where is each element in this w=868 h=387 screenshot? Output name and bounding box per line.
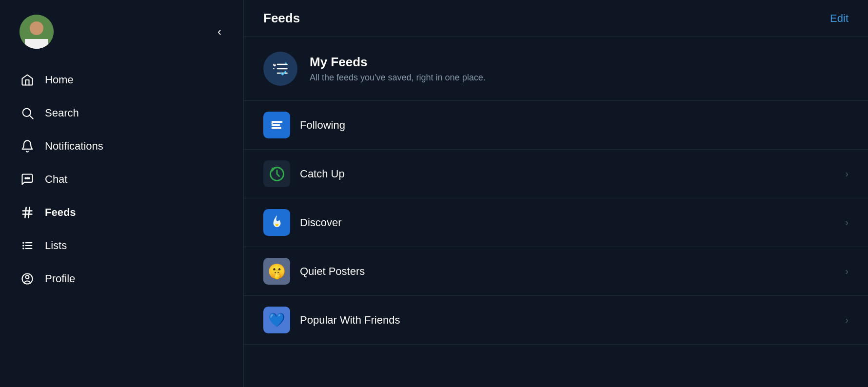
following-icon [263,112,290,138]
feed-item-catchup[interactable]: Catch Up › [244,150,868,198]
my-feeds-icon [263,52,297,86]
profile-icon [20,271,35,287]
catchup-chevron-icon: › [845,168,848,179]
bell-icon [20,138,35,154]
svg-point-14 [22,245,24,247]
sidebar-item-search[interactable]: Search [0,97,243,130]
my-feeds-section: My Feeds All the feeds you've saved, rig… [244,37,868,101]
feeds-page-title: Feeds [263,11,300,26]
sidebar-item-label-notifications: Notifications [45,140,103,153]
my-feeds-description: All the feeds you've saved, right in one… [310,73,486,83]
feeds-header: Feeds Edit [244,0,868,37]
svg-line-5 [30,116,33,118]
my-feeds-text: My Feeds All the feeds you've saved, rig… [310,55,486,83]
quiet-posters-chevron-icon: › [845,266,848,277]
sidebar-item-profile[interactable]: Profile [0,262,243,295]
feed-item-label-popular-with-friends: Popular With Friends [300,314,835,327]
sidebar-item-label-chat: Chat [45,173,67,186]
discover-icon [263,209,290,236]
svg-rect-3 [25,39,48,49]
feed-item-popular-with-friends[interactable]: 💙 Popular With Friends › [244,296,868,345]
sidebar-item-home[interactable]: Home [0,63,243,97]
my-feeds-title: My Feeds [310,55,486,70]
feed-item-label-discover: Discover [300,216,835,229]
svg-rect-28 [271,127,281,129]
svg-point-8 [28,178,29,179]
sidebar-item-label-feeds: Feeds [45,206,76,219]
svg-line-12 [28,208,29,218]
svg-rect-27 [271,124,280,126]
edit-button[interactable]: Edit [830,12,848,25]
sidebar-item-label-profile: Profile [45,272,75,285]
avatar[interactable] [20,15,54,49]
sidebar-item-label-lists: Lists [45,239,67,252]
discover-chevron-icon: › [845,217,848,228]
lists-icon [20,238,35,253]
catchup-icon [263,160,290,187]
chat-icon [20,172,35,187]
feed-item-label-catchup: Catch Up [300,168,835,180]
hash-icon [20,205,35,220]
feed-item-label-following: Following [300,119,848,132]
svg-point-7 [27,178,28,179]
svg-point-20 [26,275,29,279]
feed-item-label-quiet-posters: Quiet Posters [300,265,835,278]
feed-item-following[interactable]: Following [244,101,868,150]
svg-point-15 [22,248,24,250]
main-content: Feeds Edit My Feeds All the feeds you've… [244,0,868,387]
nav-menu: Home Search Notifications [0,63,243,377]
popular-with-friends-icon: 💙 [263,307,290,333]
sidebar-item-chat[interactable]: Chat [0,163,243,196]
sidebar: ‹ Home Search [0,0,244,387]
svg-point-13 [22,242,24,244]
feed-item-quiet-posters[interactable]: 🤫 Quiet Posters › [244,247,868,296]
popular-with-friends-chevron-icon: › [845,314,848,326]
svg-line-11 [25,208,26,218]
sidebar-header: ‹ [0,10,243,63]
svg-point-1 [30,21,43,35]
svg-point-6 [25,178,26,179]
sidebar-item-lists[interactable]: Lists [0,229,243,262]
back-button[interactable]: ‹ [215,22,224,41]
feed-item-discover[interactable]: Discover › [244,198,868,247]
sidebar-item-label-search: Search [45,107,79,119]
sidebar-item-notifications[interactable]: Notifications [0,130,243,163]
search-icon [20,105,35,121]
quiet-posters-icon: 🤫 [263,258,290,285]
home-icon [20,72,35,88]
sidebar-item-label-home: Home [45,74,74,86]
sidebar-item-feeds[interactable]: Feeds [0,196,243,229]
